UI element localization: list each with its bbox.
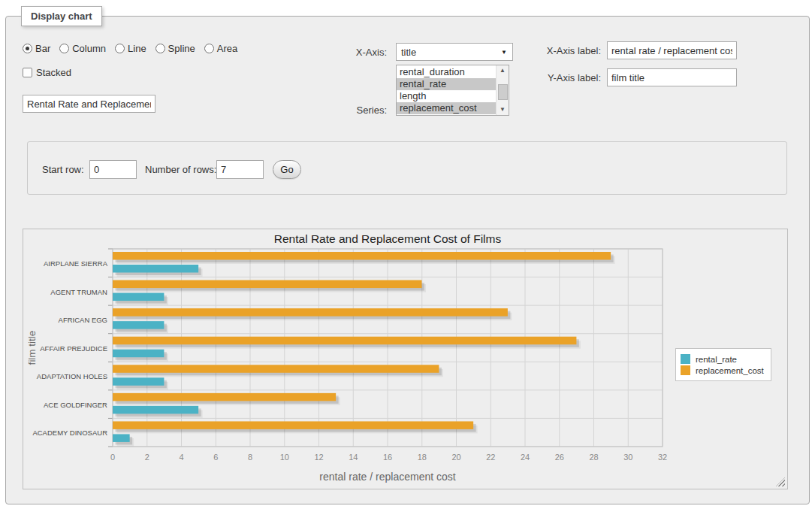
page: { "page": { "background": "#ffffff", "pa… xyxy=(0,0,812,512)
chart-type-radio-group: Bar Column Line Spline Area xyxy=(23,42,246,54)
x-tick-label: 16 xyxy=(383,453,392,462)
x-tick-label: 8 xyxy=(248,453,252,462)
y-axis-title-input[interactable] xyxy=(607,68,737,86)
radio-bar-label[interactable]: Bar xyxy=(35,43,50,54)
start-row-label: Start row: xyxy=(42,160,84,179)
x-axis-title-input[interactable] xyxy=(607,41,737,59)
legend-item: rental_rate xyxy=(681,354,764,364)
x-axis-select-value: title xyxy=(401,47,416,58)
scroll-up-icon[interactable]: ▲ xyxy=(497,65,509,76)
x-axis-title-caption: X-Axis label: xyxy=(526,45,601,56)
x-tick-label: 32 xyxy=(658,453,667,462)
x-tick-label: 30 xyxy=(623,453,632,462)
legend-label: replacement_cost xyxy=(696,366,764,375)
category-label: AGENT TRUMAN xyxy=(50,288,107,296)
radio-line-label[interactable]: Line xyxy=(128,43,146,54)
category-label: ACADEMY DINOSAUR xyxy=(32,429,107,437)
scroll-down-icon[interactable]: ▼ xyxy=(497,105,509,115)
x-tick-label: 4 xyxy=(179,453,183,462)
x-axis-select-label: X-Axis: xyxy=(323,47,387,58)
radio-spline-label[interactable]: Spline xyxy=(168,43,195,54)
stacked-checkbox[interactable] xyxy=(23,68,32,77)
category-label: ACE GOLDFINGER xyxy=(44,401,107,409)
series-options-list: rental_durationrental_ratelengthreplacem… xyxy=(397,65,496,115)
x-tick-label: 10 xyxy=(280,453,289,462)
stacked-label[interactable]: Stacked xyxy=(36,67,71,78)
x-tick-label: 12 xyxy=(314,453,323,462)
x-tick-label: 24 xyxy=(521,453,530,462)
x-axis-title: rental rate / replacement cost xyxy=(319,471,455,483)
legend-swatch-icon xyxy=(681,365,690,375)
rows-panel: Start row: Number of rows: Go xyxy=(27,141,787,195)
bar-replacement_cost xyxy=(113,252,611,260)
category-label: AFRICAN EGG xyxy=(59,316,107,324)
scrollbar-track[interactable] xyxy=(497,76,509,105)
series-multiselect[interactable]: rental_durationrental_ratelengthreplacem… xyxy=(396,65,509,116)
radio-spline[interactable] xyxy=(155,44,165,53)
bar-rental_rate xyxy=(113,377,164,386)
series-select-label: Series: xyxy=(323,105,387,116)
x-tick-label: 6 xyxy=(213,453,218,462)
radio-line[interactable] xyxy=(115,44,125,53)
bar-replacement_cost xyxy=(113,393,336,401)
chart-title: Rental Rate and Replacement Cost of Film… xyxy=(274,232,502,245)
legend-item: replacement_cost xyxy=(681,365,764,375)
radio-column-label[interactable]: Column xyxy=(72,43,106,54)
bar-rental_rate xyxy=(113,293,164,301)
x-tick-label: 14 xyxy=(349,453,358,462)
chart-container: AIRPLANE SIERRAAGENT TRUMANAFRICAN EGGAF… xyxy=(23,229,788,489)
x-tick-label: 22 xyxy=(486,453,495,462)
y-axis-title-caption: Y-Axis label: xyxy=(526,72,601,83)
x-tick-label: 20 xyxy=(451,453,460,462)
radio-column[interactable] xyxy=(59,44,69,53)
category-label: AFFAIR PREJUDICE xyxy=(40,344,107,353)
radio-bar[interactable] xyxy=(23,44,32,53)
radio-area[interactable] xyxy=(204,44,214,53)
series-option[interactable]: rental_duration xyxy=(397,66,496,78)
bar-chart: AIRPLANE SIERRAAGENT TRUMANAFRICAN EGGAF… xyxy=(23,229,787,489)
category-label: ADAPTATION HOLES xyxy=(37,372,107,380)
dropdown-arrow-icon: ▼ xyxy=(501,50,507,56)
bar-rental_rate xyxy=(113,321,164,329)
fieldset-legend: Display chart xyxy=(21,6,102,26)
chart-title-input[interactable] xyxy=(23,95,155,113)
bar-replacement_cost xyxy=(113,280,422,289)
stacked-checkbox-row: Stacked xyxy=(23,66,71,78)
bar-rental_rate xyxy=(113,406,198,414)
legend-label: rental_rate xyxy=(696,355,737,364)
x-tick-label: 18 xyxy=(418,453,427,462)
series-scrollbar[interactable]: ▲ ▼ xyxy=(496,65,509,115)
series-option[interactable]: rental_rate xyxy=(397,78,496,90)
series-option[interactable]: replacement_cost xyxy=(397,102,496,114)
bar-replacement_cost xyxy=(113,421,473,429)
x-tick-label: 2 xyxy=(145,453,149,462)
legend-swatch-icon xyxy=(681,354,690,364)
bar-replacement_cost xyxy=(113,308,508,317)
go-button[interactable]: Go xyxy=(273,160,301,179)
number-of-rows-input[interactable] xyxy=(216,160,264,179)
x-tick-label: 26 xyxy=(555,453,564,462)
start-row-input[interactable] xyxy=(89,160,137,179)
x-tick-label: 28 xyxy=(589,453,598,462)
number-of-rows-label: Number of rows: xyxy=(145,160,216,179)
category-label: AIRPLANE SIERRA xyxy=(44,259,108,268)
bar-replacement_cost xyxy=(113,365,439,373)
x-axis-select[interactable]: title ▼ xyxy=(396,43,513,61)
y-axis-title: film title xyxy=(26,331,38,365)
bar-rental_rate xyxy=(113,350,164,358)
chart-legend: rental_ratereplacement_cost xyxy=(675,348,771,381)
series-option[interactable]: length xyxy=(397,90,496,102)
scrollbar-thumb[interactable] xyxy=(498,84,508,100)
bar-rental_rate xyxy=(113,434,130,442)
x-tick-label: 0 xyxy=(110,453,115,462)
bar-replacement_cost xyxy=(113,337,576,345)
radio-area-label[interactable]: Area xyxy=(217,43,237,54)
bar-rental_rate xyxy=(113,265,198,273)
